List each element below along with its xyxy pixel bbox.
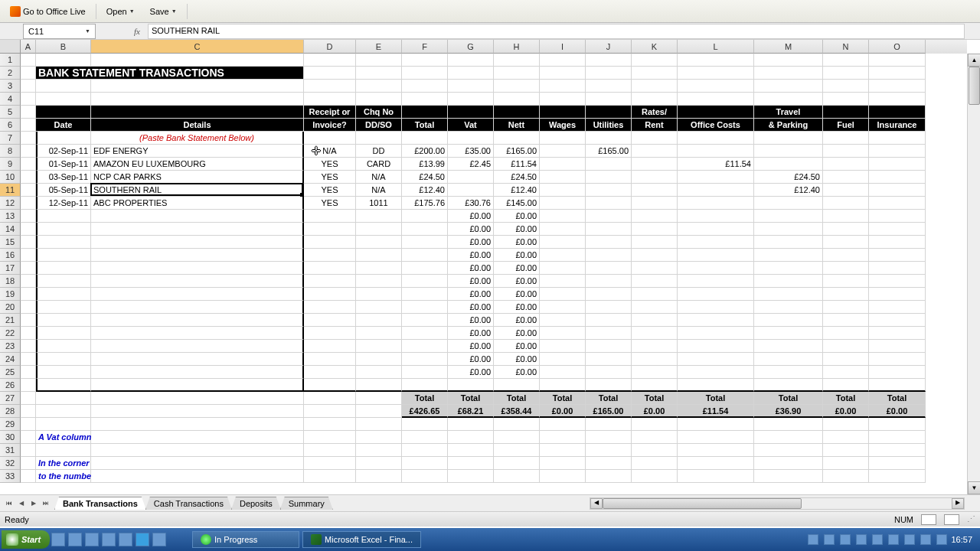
sheet-tab-bank-transactions[interactable]: Bank Transactions: [54, 497, 146, 510]
row-header[interactable]: 21: [0, 314, 21, 327]
row-header[interactable]: 7: [0, 132, 21, 145]
column-header[interactable]: E: [356, 40, 402, 54]
cell[interactable]: [304, 93, 356, 106]
zoom-in-button[interactable]: [944, 514, 959, 525]
cell-grid[interactable]: BANK STATEMENT TRANSACTIONSReceipt orChq…: [21, 54, 967, 494]
cell[interactable]: [36, 54, 91, 67]
cell[interactable]: [540, 80, 586, 93]
sheet-tab-deposits[interactable]: Deposits: [231, 497, 281, 510]
taskbar-clock[interactable]: 16:57: [951, 535, 972, 544]
hscroll-track[interactable]: [603, 498, 952, 509]
column-header[interactable]: H: [494, 40, 540, 54]
cell[interactable]: [754, 444, 823, 457]
cell[interactable]: [754, 80, 823, 93]
name-box[interactable]: C11 ▼: [23, 24, 96, 39]
row-header[interactable]: 15: [0, 236, 21, 249]
cell[interactable]: [869, 418, 926, 431]
row-header[interactable]: 9: [0, 158, 21, 171]
row-header[interactable]: 8: [0, 145, 21, 158]
row-header[interactable]: 28: [0, 405, 21, 418]
row-header[interactable]: 25: [0, 366, 21, 379]
cell[interactable]: [540, 54, 586, 67]
row-header[interactable]: 27: [0, 392, 21, 405]
cell[interactable]: [304, 418, 356, 431]
row-header[interactable]: 32: [0, 457, 21, 470]
cell[interactable]: [448, 54, 494, 67]
taskbar-app-excel[interactable]: Microsoft Excel - Fina...: [302, 531, 421, 548]
cell[interactable]: [823, 444, 869, 457]
row-header[interactable]: 2: [0, 67, 21, 80]
cell[interactable]: [356, 418, 402, 431]
quick-launch-icon[interactable]: [51, 533, 65, 546]
cell[interactable]: [586, 444, 632, 457]
row-header[interactable]: 12: [0, 197, 21, 210]
cell[interactable]: [678, 93, 754, 106]
cell[interactable]: [754, 418, 823, 431]
cell[interactable]: [632, 80, 678, 93]
row-header[interactable]: 19: [0, 288, 21, 301]
row-header[interactable]: 22: [0, 327, 21, 340]
cell[interactable]: [754, 54, 823, 67]
column-header[interactable]: K: [632, 40, 678, 54]
cell[interactable]: [448, 80, 494, 93]
cell[interactable]: [632, 444, 678, 457]
tray-icon[interactable]: [808, 534, 818, 545]
column-header[interactable]: C: [91, 40, 304, 54]
quick-launch-icon[interactable]: [152, 533, 166, 546]
row-header[interactable]: 31: [0, 444, 21, 457]
taskbar-app-in-progress[interactable]: In Progress: [192, 531, 299, 548]
row-header[interactable]: 18: [0, 275, 21, 288]
save-button[interactable]: Save ▼: [143, 4, 184, 19]
cell[interactable]: [36, 93, 91, 106]
tab-next-button[interactable]: ▶: [28, 497, 40, 510]
column-header[interactable]: B: [36, 40, 91, 54]
quick-launch-icon[interactable]: [102, 533, 116, 546]
cell[interactable]: [448, 444, 494, 457]
row-header[interactable]: 17: [0, 262, 21, 275]
quick-launch-icon[interactable]: [85, 533, 99, 546]
cell[interactable]: [402, 444, 448, 457]
row-header[interactable]: 33: [0, 470, 21, 483]
cell[interactable]: [36, 80, 91, 93]
cell[interactable]: [402, 80, 448, 93]
quick-launch-icon[interactable]: [119, 533, 132, 546]
tray-icon[interactable]: [888, 534, 899, 545]
scroll-down-button[interactable]: ▼: [968, 481, 980, 494]
column-header[interactable]: G: [448, 40, 494, 54]
cell[interactable]: [21, 54, 36, 67]
cell[interactable]: [869, 444, 926, 457]
formula-bar[interactable]: SOUTHERN RAIL: [148, 24, 965, 39]
quick-launch-icon[interactable]: [136, 533, 149, 546]
row-header[interactable]: 6: [0, 119, 21, 132]
row-header[interactable]: 14: [0, 223, 21, 236]
cell[interactable]: [448, 418, 494, 431]
tray-icon[interactable]: [920, 534, 931, 545]
row-header[interactable]: 10: [0, 171, 21, 184]
column-header[interactable]: I: [540, 40, 586, 54]
column-header[interactable]: L: [678, 40, 754, 54]
cell[interactable]: [304, 444, 356, 457]
tray-icon[interactable]: [936, 534, 947, 545]
cell[interactable]: [632, 93, 678, 106]
cell[interactable]: [356, 444, 402, 457]
scroll-thumb[interactable]: [969, 67, 980, 105]
tray-icon[interactable]: [824, 534, 835, 545]
cell[interactable]: [21, 80, 36, 93]
cell[interactable]: [494, 54, 540, 67]
column-header[interactable]: N: [823, 40, 869, 54]
cell[interactable]: [823, 80, 869, 93]
row-header[interactable]: 3: [0, 80, 21, 93]
cell[interactable]: [36, 444, 91, 457]
scroll-thumb[interactable]: [603, 498, 802, 509]
cell[interactable]: [494, 418, 540, 431]
cell[interactable]: [402, 418, 448, 431]
cell[interactable]: [304, 80, 356, 93]
row-header[interactable]: 11: [0, 184, 21, 197]
cell[interactable]: [494, 80, 540, 93]
column-header[interactable]: D: [304, 40, 356, 54]
cell[interactable]: [21, 418, 36, 431]
tab-prev-button[interactable]: ◀: [15, 497, 28, 510]
column-header[interactable]: M: [754, 40, 823, 54]
cell[interactable]: [91, 54, 304, 67]
cell[interactable]: [823, 93, 869, 106]
